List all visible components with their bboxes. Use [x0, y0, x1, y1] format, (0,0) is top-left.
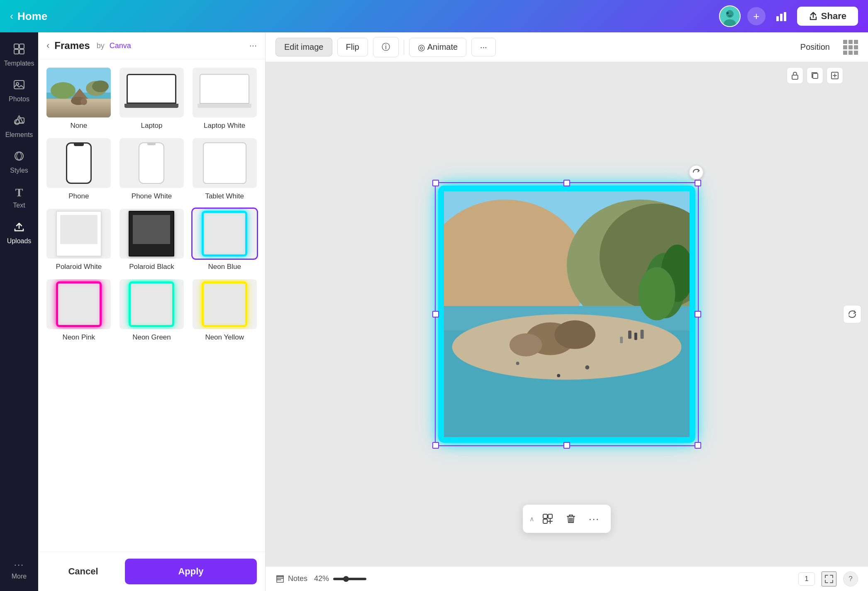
- svg-point-46: [557, 374, 560, 377]
- frame-item-laptop-white[interactable]: Laptop White: [192, 68, 257, 130]
- position-button[interactable]: Position: [792, 38, 838, 56]
- frame-thumb-laptop-white: [193, 68, 257, 117]
- frame-label-polaroid-white: Polaroid White: [56, 263, 102, 271]
- frame-thumb-neon-green: [119, 279, 184, 329]
- resize-handle-bl[interactable]: [432, 442, 439, 449]
- grid-icon-button[interactable]: [843, 40, 858, 55]
- sidebar-item-uploads[interactable]: Uploads: [2, 217, 37, 249]
- edit-image-button[interactable]: Edit image: [276, 38, 332, 56]
- notes-button[interactable]: Notes: [276, 574, 307, 584]
- svg-point-3: [727, 12, 729, 15]
- sidebar-item-styles[interactable]: Styles: [2, 146, 37, 178]
- svg-rect-41: [628, 330, 631, 339]
- expand-chevron[interactable]: ∧: [529, 515, 534, 522]
- help-button[interactable]: ?: [843, 571, 858, 586]
- frame-label-polaroid-black: Polaroid Black: [129, 263, 174, 271]
- frame-item-phone[interactable]: Phone: [46, 138, 111, 200]
- canvas-rotate-button[interactable]: [843, 305, 861, 323]
- svg-point-40: [639, 267, 675, 320]
- toolbar-more-button[interactable]: ···: [471, 38, 496, 56]
- sidebar-item-more[interactable]: ··· More: [2, 555, 37, 584]
- frame-item-tablet-white[interactable]: Tablet White: [192, 138, 257, 200]
- more-options-button[interactable]: ···: [584, 509, 604, 529]
- canvas-wrapper: [266, 62, 868, 566]
- notes-label: Notes: [288, 574, 307, 583]
- sidebar-photos-label: Photos: [9, 95, 29, 103]
- frame-grid: None Laptop: [38, 59, 265, 552]
- add-button[interactable]: +: [747, 7, 766, 25]
- animate-label: Animate: [427, 42, 458, 52]
- stats-icon: [775, 10, 787, 22]
- zoom-percent: 42%: [314, 574, 329, 583]
- animate-button[interactable]: ◎ Animate: [409, 38, 466, 57]
- expand-icon: [824, 574, 834, 584]
- stats-button[interactable]: [772, 7, 790, 25]
- home-button[interactable]: ‹ Home: [10, 10, 47, 23]
- svg-point-45: [585, 365, 589, 369]
- sidebar-elements-label: Elements: [5, 131, 33, 139]
- resize-handle-tl[interactable]: [432, 180, 439, 186]
- cancel-button[interactable]: Cancel: [46, 559, 120, 584]
- canvas-area: ∧: [266, 62, 868, 566]
- laptop-white-frame-shape: [197, 74, 251, 111]
- phone-white-frame-shape: [139, 142, 164, 184]
- panel-back-button[interactable]: ‹: [46, 40, 49, 51]
- neon-blue-frame-shape: [202, 211, 247, 256]
- canvas-image[interactable]: [438, 186, 695, 443]
- frame-item-polaroid-white[interactable]: Polaroid White: [46, 209, 111, 271]
- laptop-frame-shape: [124, 74, 178, 111]
- sidebar-text-label: Text: [13, 202, 25, 209]
- zoom-slider[interactable]: [333, 578, 366, 580]
- polaroid-white-frame-shape: [56, 211, 102, 256]
- sidebar-item-text[interactable]: T Text: [2, 182, 37, 213]
- share-label: Share: [821, 11, 846, 22]
- svg-rect-7: [14, 44, 19, 49]
- svg-rect-43: [641, 330, 644, 339]
- zoom-handle[interactable]: [343, 576, 349, 582]
- trash-icon: [566, 513, 576, 524]
- sidebar-item-elements[interactable]: Elements: [2, 110, 37, 143]
- frame-item-neon-green[interactable]: Neon Green: [119, 279, 184, 342]
- sidebar-item-templates[interactable]: Templates: [2, 39, 37, 71]
- avatar[interactable]: [719, 5, 741, 27]
- frame-item-laptop[interactable]: Laptop: [119, 68, 184, 130]
- frames-panel: ‹ Frames by Canva ···: [38, 32, 266, 591]
- frame-thumb-phone-white: [119, 138, 184, 188]
- panel-more-button[interactable]: ···: [249, 40, 257, 51]
- tablet-white-frame-shape: [203, 142, 246, 184]
- svg-point-47: [516, 361, 519, 365]
- frame-label-neon-pink: Neon Pink: [63, 333, 95, 342]
- delete-button[interactable]: [561, 509, 581, 529]
- zoom-control[interactable]: 42%: [314, 574, 366, 583]
- info-button[interactable]: ⓘ: [373, 37, 399, 57]
- canvas-right-icons: [843, 305, 861, 323]
- frame-item-neon-pink[interactable]: Neon Pink: [46, 279, 111, 342]
- frame-item-polaroid-black[interactable]: Polaroid Black: [119, 209, 184, 271]
- rotate-handle[interactable]: [689, 165, 704, 180]
- resize-handle-tr[interactable]: [695, 180, 701, 186]
- polaroid-black-frame-shape: [129, 211, 174, 256]
- rotate-icon: [692, 168, 700, 176]
- apply-button[interactable]: Apply: [125, 559, 257, 584]
- frame-item-neon-blue[interactable]: Neon Blue: [192, 209, 257, 271]
- canvas-toolbar: Edit image Flip ⓘ ◎ Animate ··· Position: [266, 32, 868, 62]
- svg-point-15: [15, 152, 23, 160]
- frame-label-neon-blue: Neon Blue: [208, 263, 241, 271]
- frame-label-tablet-white: Tablet White: [205, 192, 244, 200]
- neon-pink-frame-shape: [56, 281, 102, 327]
- add-to-group-button[interactable]: [538, 509, 558, 529]
- plus-icon: +: [753, 10, 759, 23]
- resize-handle-br[interactable]: [695, 442, 701, 449]
- resize-handle-mr[interactable]: [695, 311, 701, 317]
- expand-canvas-button[interactable]: [822, 571, 836, 586]
- share-button[interactable]: Share: [797, 7, 858, 26]
- resize-handle-bm[interactable]: [563, 442, 570, 449]
- back-arrow-icon: ‹: [10, 10, 13, 22]
- frame-item-neon-yellow[interactable]: Neon Yellow: [192, 279, 257, 342]
- frame-label-phone: Phone: [68, 192, 89, 200]
- frame-item-phone-white[interactable]: Phone White: [119, 138, 184, 200]
- panel-by-link[interactable]: Canva: [110, 42, 131, 50]
- flip-button[interactable]: Flip: [337, 38, 368, 56]
- frame-item-none[interactable]: None: [46, 68, 111, 130]
- sidebar-item-photos[interactable]: Photos: [2, 75, 37, 107]
